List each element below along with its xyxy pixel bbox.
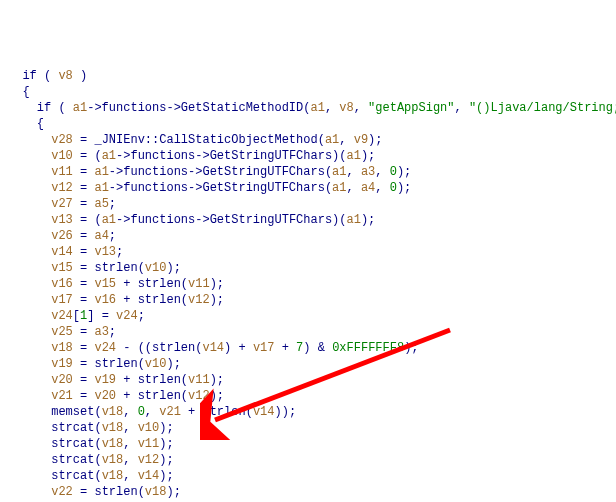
code-line: v27 = a5; xyxy=(8,196,616,212)
code-token: v24 xyxy=(94,341,116,355)
code-token: , xyxy=(354,101,368,115)
code-line: v20 = v19 + strlen(v11); xyxy=(8,372,616,388)
code-token: = xyxy=(73,373,95,387)
code-token: v24 xyxy=(116,309,138,323)
code-token: { xyxy=(8,117,44,131)
code-token xyxy=(8,293,51,307)
code-token: = xyxy=(73,229,95,243)
code-token: v28 xyxy=(51,133,73,147)
code-token: , xyxy=(123,469,137,483)
code-token xyxy=(8,181,51,195)
code-token: strcat( xyxy=(8,437,102,451)
code-token: ); xyxy=(159,453,173,467)
code-token: ) & xyxy=(303,341,332,355)
code-line: v24[1] = v24; xyxy=(8,308,616,324)
code-token: ); xyxy=(397,181,411,195)
code-token: + strlen( xyxy=(116,293,188,307)
code-token: v10 xyxy=(145,261,167,275)
code-token xyxy=(8,325,51,339)
code-token: v14 xyxy=(138,469,160,483)
code-token: a1 xyxy=(325,133,339,147)
code-token: v24 xyxy=(51,309,73,323)
code-token: a3 xyxy=(94,325,108,339)
code-token: 0 xyxy=(390,181,397,195)
code-token: v16 xyxy=(94,293,116,307)
code-line: v15 = strlen(v10); xyxy=(8,260,616,276)
code-line: v14 = v13; xyxy=(8,244,616,260)
code-token: = strlen( xyxy=(73,261,145,275)
code-token: memset( xyxy=(8,405,102,419)
code-token xyxy=(8,229,51,243)
code-token: + strlen( xyxy=(116,373,188,387)
code-token: v18 xyxy=(51,341,73,355)
code-token: , xyxy=(145,405,159,419)
code-token: a1 xyxy=(332,165,346,179)
code-token: [ xyxy=(73,309,80,323)
code-line: v11 = a1->functions->GetStringUTFChars(a… xyxy=(8,164,616,180)
code-token: v8 xyxy=(58,69,72,83)
code-token: v19 xyxy=(94,373,116,387)
code-token: )); xyxy=(274,405,296,419)
code-token: = ( xyxy=(73,213,102,227)
code-token: v13 xyxy=(94,245,116,259)
code-token xyxy=(8,261,51,275)
code-line: strcat(v18, v12); xyxy=(8,452,616,468)
code-token: , xyxy=(123,437,137,451)
code-token: v17 xyxy=(253,341,275,355)
code-token: ; xyxy=(138,309,145,323)
code-token: ); xyxy=(210,277,224,291)
code-token: v16 xyxy=(51,277,73,291)
code-token: = xyxy=(73,325,95,339)
code-token: = xyxy=(73,245,95,259)
code-token: ); xyxy=(210,389,224,403)
code-token: v21 xyxy=(159,405,181,419)
code-token xyxy=(8,341,51,355)
code-token: ; xyxy=(109,197,116,211)
code-line: strcat(v18, v10); xyxy=(8,420,616,436)
code-token: = xyxy=(73,389,95,403)
code-token: v18 xyxy=(102,405,124,419)
code-token: v20 xyxy=(51,373,73,387)
code-token: v13 xyxy=(51,213,73,227)
code-token xyxy=(8,213,51,227)
code-token: strcat( xyxy=(8,469,102,483)
code-token: v10 xyxy=(145,357,167,371)
code-token: "()Ljava/lang/String;" xyxy=(469,101,616,115)
code-token: v26 xyxy=(51,229,73,243)
code-token: = xyxy=(73,293,95,307)
code-token: ); xyxy=(404,341,418,355)
code-token: v11 xyxy=(138,437,160,451)
code-line: v28 = _JNIEnv::CallStaticObjectMethod(a1… xyxy=(8,132,616,148)
code-token xyxy=(8,357,51,371)
code-line: v18 = v24 - ((strlen(v14) + v17 + 7) & 0… xyxy=(8,340,616,356)
code-token: 0xFFFFFFF8 xyxy=(332,341,404,355)
code-token xyxy=(8,389,51,403)
code-line: if ( v8 ) xyxy=(8,68,616,84)
code-line: { xyxy=(8,84,616,100)
code-token: v10 xyxy=(51,149,73,163)
code-token: v9 xyxy=(354,133,368,147)
code-token: strcat( xyxy=(8,421,102,435)
code-line: memset(v18, 0, v21 + strlen(v14)); xyxy=(8,404,616,420)
code-line: v21 = v20 + strlen(v12); xyxy=(8,388,616,404)
code-token: v11 xyxy=(188,277,210,291)
code-token: v25 xyxy=(51,325,73,339)
code-token: a1 xyxy=(102,149,116,163)
code-token: a4 xyxy=(361,181,375,195)
code-token xyxy=(8,373,51,387)
code-line: strcat(v18, v14); xyxy=(8,468,616,484)
code-token: ); xyxy=(361,213,375,227)
code-token: v14 xyxy=(51,245,73,259)
code-token: "getAppSign" xyxy=(368,101,454,115)
code-token: a5 xyxy=(94,197,108,211)
code-token: a1 xyxy=(346,149,360,163)
code-line: v26 = a4; xyxy=(8,228,616,244)
code-token: a1 xyxy=(310,101,324,115)
code-token: v12 xyxy=(138,453,160,467)
code-token: 0 xyxy=(138,405,145,419)
code-token: v12 xyxy=(188,389,210,403)
code-token: ; xyxy=(109,325,116,339)
code-token: ); xyxy=(361,149,375,163)
code-token: , xyxy=(347,181,361,195)
code-token: ) xyxy=(73,69,87,83)
